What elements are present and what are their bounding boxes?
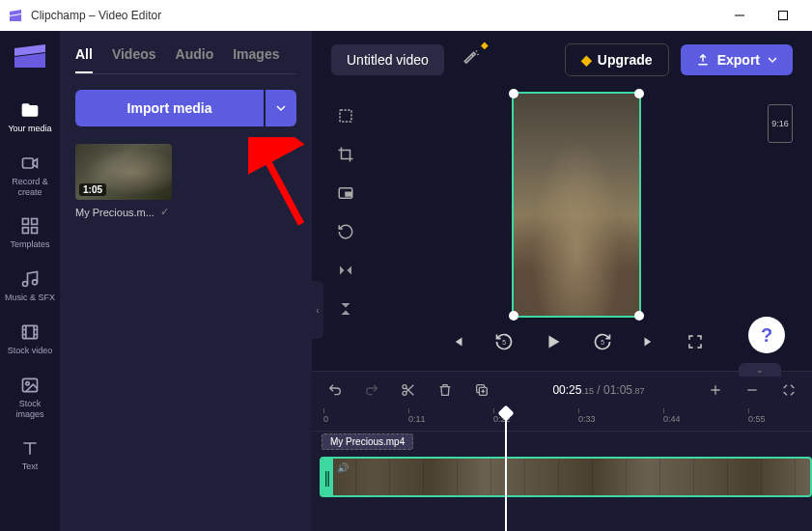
playback-controls: 5 5 — [444, 318, 709, 358]
rail-record-create[interactable]: Record & create — [0, 146, 60, 206]
flip-h-tool[interactable] — [334, 259, 357, 282]
svg-point-10 — [26, 381, 29, 384]
rewind-5-button[interactable]: 5 — [490, 328, 518, 355]
pip-tool[interactable] — [334, 182, 357, 205]
svg-text:5: 5 — [502, 339, 506, 346]
split-button[interactable] — [397, 378, 420, 402]
redo-button[interactable] — [360, 378, 383, 402]
zoom-fit-button[interactable] — [777, 378, 800, 402]
timeline-tracks[interactable]: My Precious.mp4 ‖ 🔊 — [312, 432, 812, 531]
tab-audio[interactable]: Audio — [176, 46, 214, 73]
forward-5-button[interactable]: 5 — [589, 328, 616, 355]
svg-rect-3 — [32, 219, 38, 225]
magic-wand-button[interactable]: ◆ — [456, 43, 487, 77]
resize-handle[interactable] — [509, 89, 518, 98]
app-icon — [8, 8, 23, 23]
project-title-button[interactable]: Untitled video — [331, 44, 444, 75]
timeline: 00:25.15 / 01:05.87 0 0:11 0:22 0:33 0:4… — [312, 371, 812, 531]
titlebar: Clipchamp – Video Editor — [0, 0, 812, 31]
expand-timeline-button[interactable]: ⌄ — [739, 363, 781, 377]
skip-start-button[interactable] — [444, 328, 471, 355]
zoom-in-button[interactable] — [704, 378, 727, 402]
media-panel: All Videos Audio Images Import media 1:0… — [60, 31, 312, 531]
tab-videos[interactable]: Videos — [112, 46, 156, 73]
play-button[interactable] — [537, 325, 570, 358]
svg-point-16 — [403, 385, 406, 389]
flip-v-tool[interactable] — [334, 297, 357, 321]
window-title: Clipchamp – Video Editor — [31, 9, 717, 22]
crop-tool[interactable] — [334, 143, 357, 166]
playhead[interactable] — [505, 414, 507, 531]
maximize-button[interactable] — [761, 0, 804, 31]
svg-rect-8 — [23, 325, 38, 338]
aspect-ratio-button[interactable]: 9:16 — [768, 104, 793, 143]
svg-rect-1 — [23, 158, 34, 168]
minimize-button[interactable] — [717, 0, 761, 31]
svg-rect-13 — [346, 192, 350, 196]
preview-row: 9:16 5 5 ? ⌄ — [312, 89, 812, 371]
tab-images[interactable]: Images — [233, 46, 279, 73]
duplicate-button[interactable] — [470, 378, 493, 402]
audio-icon: 🔊 — [337, 462, 349, 473]
fit-tool[interactable] — [334, 104, 357, 127]
timeline-ruler[interactable]: 0 0:11 0:22 0:33 0:44 0:55 — [312, 408, 812, 432]
svg-point-7 — [33, 280, 38, 285]
rail-templates[interactable]: Templates — [0, 209, 60, 258]
clip-trim-handle[interactable]: ‖ — [322, 459, 333, 495]
svg-text:5: 5 — [601, 339, 604, 346]
delete-button[interactable] — [434, 378, 457, 402]
timeline-toolbar: 00:25.15 / 01:05.87 — [312, 372, 812, 408]
help-button[interactable]: ? — [748, 317, 785, 353]
svg-point-17 — [403, 391, 406, 395]
preview-canvas[interactable] — [512, 92, 641, 318]
rail-your-media[interactable]: Your media — [0, 93, 60, 142]
left-rail: Your media Record & create Templates Mus… — [0, 31, 60, 531]
rail-stock-video[interactable]: Stock video — [0, 315, 60, 364]
rail-text[interactable]: Text — [0, 431, 60, 480]
clipchamp-logo — [13, 42, 47, 70]
resize-handle[interactable] — [509, 311, 518, 321]
undo-button[interactable] — [323, 378, 347, 402]
rail-stock-images[interactable]: Stock images — [0, 368, 60, 428]
resize-handle[interactable] — [634, 89, 644, 98]
svg-rect-11 — [340, 110, 351, 122]
media-filename: My Precious.m... — [75, 207, 154, 218]
clip-label: My Precious.mp4 — [322, 433, 413, 450]
annotation-arrow — [248, 137, 316, 234]
time-display: 00:25.15 / 01:05.87 — [507, 383, 690, 397]
svg-rect-5 — [32, 228, 38, 234]
rotate-tool[interactable] — [334, 220, 357, 243]
media-item[interactable]: 1:05 My Precious.m... ✓ — [75, 144, 172, 218]
timeline-clip[interactable]: ‖ 🔊 — [320, 457, 812, 497]
media-duration: 1:05 — [79, 183, 106, 196]
preview-tools — [331, 89, 360, 361]
topbar: Untitled video ◆ ◆Upgrade Export — [312, 31, 812, 89]
svg-rect-0 — [778, 12, 787, 20]
import-media-button[interactable]: Import media — [75, 90, 264, 126]
export-button[interactable]: Export — [681, 44, 793, 75]
fullscreen-button[interactable] — [682, 328, 709, 355]
main-area: Untitled video ◆ ◆Upgrade Export — [312, 31, 812, 531]
resize-handle[interactable] — [634, 311, 644, 321]
import-dropdown-button[interactable] — [266, 90, 296, 126]
rail-music-sfx[interactable]: Music & SFX — [0, 262, 60, 311]
svg-point-6 — [23, 282, 28, 287]
media-thumbnail[interactable]: 1:05 — [75, 144, 172, 200]
media-tabs: All Videos Audio Images — [75, 46, 296, 74]
tab-all[interactable]: All — [75, 46, 93, 73]
svg-rect-2 — [23, 219, 29, 225]
zoom-out-button[interactable] — [741, 378, 764, 402]
upgrade-button[interactable]: ◆Upgrade — [565, 43, 669, 76]
diamond-icon: ◆ — [481, 40, 489, 50]
skip-end-button[interactable] — [635, 328, 662, 355]
gem-icon: ◆ — [581, 52, 592, 68]
check-icon: ✓ — [160, 206, 169, 218]
svg-rect-4 — [23, 228, 29, 234]
